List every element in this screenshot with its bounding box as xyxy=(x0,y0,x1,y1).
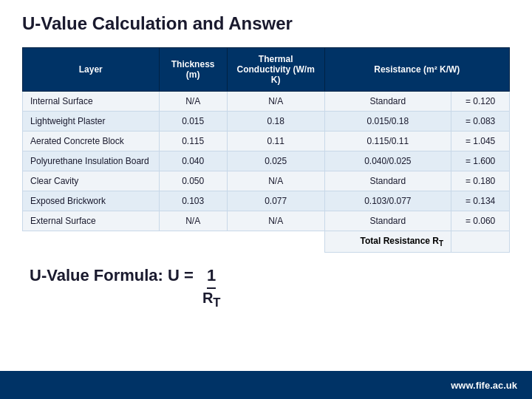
formula-section: U-Value Formula: U = 1 RT xyxy=(22,266,510,310)
total-label: Total Resistance RT xyxy=(324,231,451,253)
cell-layer: Polyurethane Insulation Board xyxy=(23,151,160,171)
main-content: U-Value Calculation and Answer Layer Thi… xyxy=(0,0,532,371)
cell-resistance-calc: 0.040/0.025 xyxy=(324,151,451,171)
cell-resistance-calc: 0.015/0.18 xyxy=(324,112,451,132)
col-header-conductivity: Thermal Conductivity (W/m K) xyxy=(227,48,324,92)
cell-resistance-calc: Standard xyxy=(324,211,451,231)
formula-denominator: RT xyxy=(202,289,221,310)
cell-layer: Exposed Brickwork xyxy=(23,191,160,211)
cell-conductivity: N/A xyxy=(227,211,324,231)
cell-resistance-calc: 0.103/0.077 xyxy=(324,191,451,211)
cell-layer: External Surface xyxy=(23,211,160,231)
cell-resistance-val: = 0.083 xyxy=(451,112,510,132)
cell-resistance-val: = 1.045 xyxy=(451,132,510,151)
col-header-thickness: Thickness (m) xyxy=(159,48,227,92)
cell-thickness: N/A xyxy=(159,211,227,231)
table-row: Lightweight Plaster 0.015 0.18 0.015/0.1… xyxy=(23,112,510,132)
cell-resistance-val: = 0.060 xyxy=(451,211,510,231)
col-header-resistance: Resistance (m² K/W) xyxy=(324,48,509,92)
total-value xyxy=(451,231,510,253)
footer-url: www.fife.ac.uk xyxy=(451,380,517,391)
table-container: Layer Thickness (m) Thermal Conductivity… xyxy=(22,47,510,253)
formula-prefix: U-Value Formula: U = xyxy=(30,266,194,285)
cell-conductivity: 0.18 xyxy=(227,112,324,132)
cell-thickness: 0.103 xyxy=(159,191,227,211)
footer-bar: www.fife.ac.uk xyxy=(0,371,532,399)
cell-conductivity: N/A xyxy=(227,92,324,112)
uvalue-table: Layer Thickness (m) Thermal Conductivity… xyxy=(22,47,510,253)
total-row: Total Resistance RT xyxy=(23,231,510,253)
cell-thickness: 0.115 xyxy=(159,132,227,151)
cell-thickness: N/A xyxy=(159,92,227,112)
formula-fraction: 1 RT xyxy=(202,266,221,310)
formula-numerator: 1 xyxy=(207,266,216,288)
table-row: External Surface N/A N/A Standard = 0.06… xyxy=(23,211,510,231)
cell-resistance-val: = 0.120 xyxy=(451,92,510,112)
cell-conductivity: 0.077 xyxy=(227,191,324,211)
cell-resistance-val: = 1.600 xyxy=(451,151,510,171)
table-row: Polyurethane Insulation Board 0.040 0.02… xyxy=(23,151,510,171)
table-row: Internal Surface N/A N/A Standard = 0.12… xyxy=(23,92,510,112)
cell-layer: Lightweight Plaster xyxy=(23,112,160,132)
cell-thickness: 0.050 xyxy=(159,171,227,191)
cell-resistance-val: = 0.180 xyxy=(451,171,510,191)
cell-layer: Internal Surface xyxy=(23,92,160,112)
col-header-layer: Layer xyxy=(23,48,160,92)
cell-conductivity: 0.11 xyxy=(227,132,324,151)
table-row: Clear Cavity 0.050 N/A Standard = 0.180 xyxy=(23,171,510,191)
table-row: Exposed Brickwork 0.103 0.077 0.103/0.07… xyxy=(23,191,510,211)
cell-conductivity: 0.025 xyxy=(227,151,324,171)
cell-resistance-calc: Standard xyxy=(324,92,451,112)
cell-thickness: 0.015 xyxy=(159,112,227,132)
page: U-Value Calculation and Answer Layer Thi… xyxy=(0,0,532,399)
page-title: U-Value Calculation and Answer xyxy=(22,13,510,34)
formula-text: U-Value Formula: U = 1 RT xyxy=(30,266,510,310)
cell-conductivity: N/A xyxy=(227,171,324,191)
cell-resistance-val: = 0.134 xyxy=(451,191,510,211)
cell-resistance-calc: Standard xyxy=(324,171,451,191)
table-row: Aerated Concrete Block 0.115 0.11 0.115/… xyxy=(23,132,510,151)
cell-thickness: 0.040 xyxy=(159,151,227,171)
cell-layer: Clear Cavity xyxy=(23,171,160,191)
cell-layer: Aerated Concrete Block xyxy=(23,132,160,151)
cell-resistance-calc: 0.115/0.11 xyxy=(324,132,451,151)
